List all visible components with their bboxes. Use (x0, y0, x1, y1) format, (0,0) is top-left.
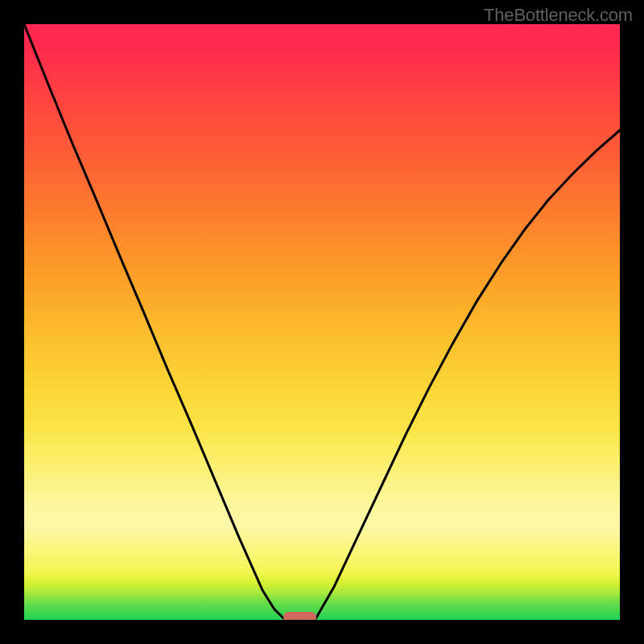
optimal-marker (283, 612, 316, 620)
chart-frame: TheBottleneck.com (0, 0, 644, 644)
bottleneck-curve (24, 24, 620, 620)
plot-area (24, 24, 620, 620)
watermark-text: TheBottleneck.com (484, 5, 633, 26)
